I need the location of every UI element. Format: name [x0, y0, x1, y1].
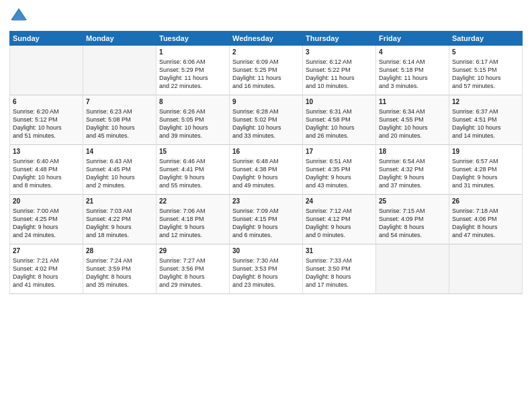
day-number: 23 [232, 197, 300, 206]
day-info: Sunrise: 6:46 AM Sunset: 4:41 PM Dayligh… [159, 157, 226, 190]
logo-icon [9, 7, 28, 26]
calendar-cell [449, 244, 523, 294]
calendar-cell: 5Sunrise: 6:17 AM Sunset: 5:15 PM Daylig… [449, 46, 523, 95]
day-info: Sunrise: 6:51 AM Sunset: 4:35 PM Dayligh… [306, 157, 373, 190]
weekday-header: Saturday [449, 32, 523, 46]
day-info: Sunrise: 7:18 AM Sunset: 4:06 PM Dayligh… [452, 207, 519, 240]
calendar-cell: 29Sunrise: 7:27 AM Sunset: 3:56 PM Dayli… [157, 244, 230, 294]
day-info: Sunrise: 6:34 AM Sunset: 4:55 PM Dayligh… [379, 107, 446, 140]
calendar-header: SundayMondayTuesdayWednesdayThursdayFrid… [10, 32, 523, 46]
day-number: 24 [306, 197, 373, 206]
calendar-cell: 9Sunrise: 6:28 AM Sunset: 5:02 PM Daylig… [230, 95, 303, 145]
calendar-cell: 31Sunrise: 7:33 AM Sunset: 3:50 PM Dayli… [303, 244, 376, 294]
day-number: 28 [86, 246, 153, 256]
calendar-body: 1Sunrise: 6:06 AM Sunset: 5:29 PM Daylig… [10, 46, 523, 294]
day-number: 6 [13, 97, 80, 107]
weekday-header: Sunday [10, 32, 83, 46]
day-number: 8 [159, 97, 226, 107]
calendar-cell: 10Sunrise: 6:31 AM Sunset: 4:58 PM Dayli… [303, 95, 376, 145]
day-info: Sunrise: 6:17 AM Sunset: 5:15 PM Dayligh… [452, 58, 519, 91]
day-info: Sunrise: 6:37 AM Sunset: 4:51 PM Dayligh… [452, 107, 519, 140]
day-info: Sunrise: 6:48 AM Sunset: 4:38 PM Dayligh… [232, 157, 300, 190]
calendar-cell: 11Sunrise: 6:34 AM Sunset: 4:55 PM Dayli… [376, 95, 449, 145]
day-number: 29 [159, 246, 226, 256]
calendar-cell: 8Sunrise: 6:26 AM Sunset: 5:05 PM Daylig… [157, 95, 230, 145]
day-number: 27 [13, 246, 80, 256]
day-number: 7 [86, 97, 153, 107]
day-number: 14 [86, 147, 153, 156]
day-info: Sunrise: 7:00 AM Sunset: 4:25 PM Dayligh… [13, 207, 80, 240]
calendar-cell: 28Sunrise: 7:24 AM Sunset: 3:59 PM Dayli… [83, 244, 157, 294]
day-number: 19 [452, 147, 519, 156]
day-info: Sunrise: 7:33 AM Sunset: 3:50 PM Dayligh… [306, 257, 373, 289]
calendar-cell: 15Sunrise: 6:46 AM Sunset: 4:41 PM Dayli… [157, 145, 230, 195]
day-number: 9 [232, 97, 300, 107]
day-info: Sunrise: 6:20 AM Sunset: 5:12 PM Dayligh… [13, 107, 80, 140]
calendar-cell: 13Sunrise: 6:40 AM Sunset: 4:48 PM Dayli… [10, 145, 83, 195]
calendar-cell: 23Sunrise: 7:09 AM Sunset: 4:15 PM Dayli… [230, 195, 303, 244]
day-info: Sunrise: 6:14 AM Sunset: 5:18 PM Dayligh… [379, 58, 446, 91]
day-number: 12 [452, 97, 519, 107]
day-number: 1 [159, 48, 226, 57]
day-info: Sunrise: 6:09 AM Sunset: 5:25 PM Dayligh… [232, 58, 300, 91]
day-info: Sunrise: 7:21 AM Sunset: 4:02 PM Dayligh… [13, 257, 80, 289]
calendar-cell [10, 46, 83, 95]
day-number: 22 [159, 197, 226, 206]
calendar-cell: 1Sunrise: 6:06 AM Sunset: 5:29 PM Daylig… [157, 46, 230, 95]
day-info: Sunrise: 7:30 AM Sunset: 3:53 PM Dayligh… [232, 257, 300, 289]
day-number: 18 [379, 147, 446, 156]
calendar-cell: 22Sunrise: 7:06 AM Sunset: 4:18 PM Dayli… [157, 195, 230, 244]
day-number: 25 [379, 197, 446, 206]
day-number: 17 [306, 147, 373, 156]
day-info: Sunrise: 6:28 AM Sunset: 5:02 PM Dayligh… [232, 107, 300, 140]
day-number: 26 [452, 197, 519, 206]
day-number: 16 [232, 147, 300, 156]
day-number: 31 [306, 246, 373, 256]
day-number: 30 [232, 246, 300, 256]
day-number: 4 [379, 48, 446, 57]
weekday-header: Tuesday [157, 32, 230, 46]
day-number: 21 [86, 197, 153, 206]
calendar-cell: 18Sunrise: 6:54 AM Sunset: 4:32 PM Dayli… [376, 145, 449, 195]
calendar-week-row: 6Sunrise: 6:20 AM Sunset: 5:12 PM Daylig… [10, 95, 523, 145]
calendar-cell: 6Sunrise: 6:20 AM Sunset: 5:12 PM Daylig… [10, 95, 83, 145]
day-info: Sunrise: 6:54 AM Sunset: 4:32 PM Dayligh… [379, 157, 446, 190]
header [9, 7, 523, 26]
calendar-cell: 21Sunrise: 7:03 AM Sunset: 4:22 PM Dayli… [83, 195, 157, 244]
day-info: Sunrise: 7:09 AM Sunset: 4:15 PM Dayligh… [232, 207, 300, 240]
calendar-cell: 20Sunrise: 7:00 AM Sunset: 4:25 PM Dayli… [10, 195, 83, 244]
calendar-week-row: 1Sunrise: 6:06 AM Sunset: 5:29 PM Daylig… [10, 46, 523, 95]
day-info: Sunrise: 7:03 AM Sunset: 4:22 PM Dayligh… [86, 207, 153, 240]
day-info: Sunrise: 6:12 AM Sunset: 5:22 PM Dayligh… [306, 58, 373, 91]
weekday-header: Monday [83, 32, 157, 46]
calendar-cell: 24Sunrise: 7:12 AM Sunset: 4:12 PM Dayli… [303, 195, 376, 244]
day-number: 2 [232, 48, 300, 57]
calendar-cell: 16Sunrise: 6:48 AM Sunset: 4:38 PM Dayli… [230, 145, 303, 195]
calendar-week-row: 20Sunrise: 7:00 AM Sunset: 4:25 PM Dayli… [10, 195, 523, 244]
day-number: 5 [452, 48, 519, 57]
day-number: 10 [306, 97, 373, 107]
calendar-cell: 4Sunrise: 6:14 AM Sunset: 5:18 PM Daylig… [376, 46, 449, 95]
page-container: SundayMondayTuesdayWednesdayThursdayFrid… [0, 0, 532, 300]
day-number: 20 [13, 197, 80, 206]
calendar-cell: 30Sunrise: 7:30 AM Sunset: 3:53 PM Dayli… [230, 244, 303, 294]
logo [9, 7, 31, 26]
day-info: Sunrise: 6:43 AM Sunset: 4:45 PM Dayligh… [86, 157, 153, 190]
calendar-cell: 17Sunrise: 6:51 AM Sunset: 4:35 PM Dayli… [303, 145, 376, 195]
calendar-week-row: 27Sunrise: 7:21 AM Sunset: 4:02 PM Dayli… [10, 244, 523, 294]
calendar-cell: 19Sunrise: 6:57 AM Sunset: 4:28 PM Dayli… [449, 145, 523, 195]
calendar-cell: 27Sunrise: 7:21 AM Sunset: 4:02 PM Dayli… [10, 244, 83, 294]
day-info: Sunrise: 7:15 AM Sunset: 4:09 PM Dayligh… [379, 207, 446, 240]
day-info: Sunrise: 6:23 AM Sunset: 5:08 PM Dayligh… [86, 107, 153, 140]
day-info: Sunrise: 6:06 AM Sunset: 5:29 PM Dayligh… [159, 58, 226, 91]
day-info: Sunrise: 7:06 AM Sunset: 4:18 PM Dayligh… [159, 207, 226, 240]
calendar-cell: 7Sunrise: 6:23 AM Sunset: 5:08 PM Daylig… [83, 95, 157, 145]
day-info: Sunrise: 7:12 AM Sunset: 4:12 PM Dayligh… [306, 207, 373, 240]
day-info: Sunrise: 6:57 AM Sunset: 4:28 PM Dayligh… [452, 157, 519, 190]
day-number: 13 [13, 147, 80, 156]
day-info: Sunrise: 6:31 AM Sunset: 4:58 PM Dayligh… [306, 107, 373, 140]
weekday-header: Wednesday [230, 32, 303, 46]
calendar-cell [83, 46, 157, 95]
calendar-cell: 2Sunrise: 6:09 AM Sunset: 5:25 PM Daylig… [230, 46, 303, 95]
calendar-cell: 3Sunrise: 6:12 AM Sunset: 5:22 PM Daylig… [303, 46, 376, 95]
